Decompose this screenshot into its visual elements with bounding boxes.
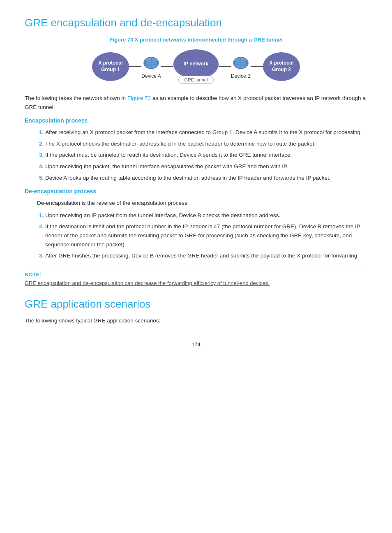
diagram-container: X protocolGroup 1 Device A IP network GR… xyxy=(25,49,367,84)
intro-paragraph: The following takes the network shown in… xyxy=(25,94,367,111)
connector-2 xyxy=(161,66,173,67)
list-item: After GRE finishes the processing, Devic… xyxy=(45,251,367,260)
middle-section: IP network GRE tunnel xyxy=(173,49,219,84)
device-wrapper-right: X protocolGroup 2 xyxy=(263,52,300,81)
connector-4 xyxy=(251,66,263,67)
list-item: The X protocol checks the destination ad… xyxy=(45,139,367,148)
figure-73-link[interactable]: Figure 73 xyxy=(127,95,151,101)
deencap-list: Upon receiving an IP packet from the tun… xyxy=(45,211,367,260)
encap-list: After receiving an X protocol packet fro… xyxy=(45,128,367,182)
device-wrapper-a: Device A xyxy=(141,54,161,79)
device-wrapper-b: Device B xyxy=(231,54,251,79)
gre-tunnel-box: GRE tunnel xyxy=(178,76,214,84)
list-item: If the packet must be tunneled to reach … xyxy=(45,151,367,160)
figure-caption: Figure 73 X protocol networks interconne… xyxy=(25,37,367,43)
node-right: X protocolGroup 2 xyxy=(263,52,300,81)
node-left: X protocolGroup 1 xyxy=(92,52,129,81)
node-ip-network: IP network xyxy=(173,49,219,79)
device-wrapper-left: X protocolGroup 1 xyxy=(92,52,129,81)
device-b-label: Device B xyxy=(231,73,251,79)
list-item: Upon receiving the packet, the tunnel in… xyxy=(45,162,367,171)
note-label: NOTE: xyxy=(25,271,367,278)
router-a-icon xyxy=(141,54,161,72)
encap-heading: Encapsulation process xyxy=(25,117,367,124)
list-item: After receiving an X protocol packet fro… xyxy=(45,128,367,137)
device-a-label: Device A xyxy=(141,73,161,79)
section-title-2: GRE application scenarios xyxy=(25,298,367,311)
list-item: If the destination is itself and the pro… xyxy=(45,222,367,249)
deencap-heading: De-encapsulation process xyxy=(25,188,367,195)
section-title-1: GRE encapsulation and de-encapsulation xyxy=(25,16,367,29)
section-divider xyxy=(25,267,367,267)
deencap-intro: De-encapsulation is the reverse of the e… xyxy=(37,199,367,208)
list-item: Upon receiving an IP packet from the tun… xyxy=(45,211,367,220)
connector-1 xyxy=(129,66,141,67)
router-b-icon xyxy=(231,54,251,72)
connector-3 xyxy=(219,66,231,67)
intro-text-before: The following takes the network shown in xyxy=(25,95,126,101)
page-number: 174 xyxy=(25,341,367,348)
note-text: GRE encapsulation and de-encapsulation c… xyxy=(25,279,367,288)
list-item: Device A looks up the routing table acco… xyxy=(45,174,367,183)
note-section: NOTE: GRE encapsulation and de-encapsula… xyxy=(25,271,367,288)
application-para: The following shows typical GRE applicat… xyxy=(25,316,367,325)
